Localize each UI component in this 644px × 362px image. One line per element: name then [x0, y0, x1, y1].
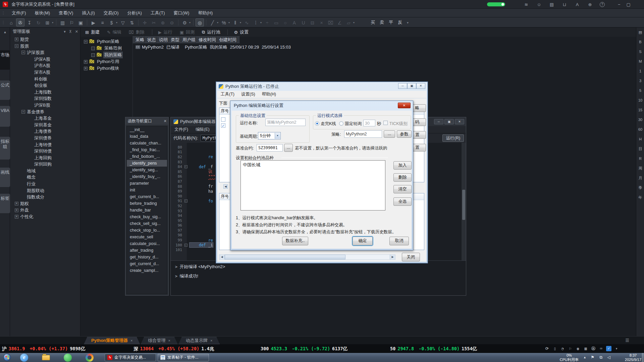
- column-header[interactable]: 策略: [133, 36, 145, 43]
- expand-icon[interactable]: [91, 53, 95, 57]
- function-list-item[interactable]: calculate_chan...: [127, 140, 167, 146]
- strategy-tree-item[interactable]: 我的策略: [83, 52, 132, 58]
- tree-item[interactable]: 科创板: [10, 76, 80, 82]
- trade-button[interactable]: 反: [398, 19, 402, 25]
- tree-item[interactable]: 深市A股: [10, 69, 80, 76]
- function-list-item[interactable]: execute_sell: [127, 234, 167, 240]
- checkbox-checked[interactable]: ✓: [221, 123, 225, 128]
- function-list-item[interactable]: get_history_d...: [127, 254, 167, 260]
- bars-icon[interactable]: ‖: [231, 18, 239, 26]
- function-list-item[interactable]: get_current_d...: [127, 260, 167, 267]
- function-list-item[interactable]: _identify_buy_...: [127, 173, 167, 180]
- menu-item[interactable]: 文件(F): [7, 9, 31, 17]
- period-button[interactable]: ▤: [636, 27, 644, 37]
- link-icon[interactable]: ✇: [16, 18, 24, 26]
- tree-item[interactable]: 外盘: [10, 207, 80, 214]
- period-button[interactable]: M: [636, 57, 644, 66]
- tick-checkbox[interactable]: [383, 121, 388, 125]
- trash-icon[interactable]: ⌧: [326, 18, 335, 26]
- checkbox-unchecked[interactable]: [221, 117, 225, 122]
- quicklaunch-green-icon[interactable]: [64, 354, 72, 362]
- user-icon[interactable]: ☺: [536, 2, 542, 7]
- maximize-button[interactable]: ▢: [627, 2, 631, 7]
- trade-button[interactable]: 平: [389, 19, 393, 25]
- left-vertical-tab[interactable]: 市场: [0, 50, 10, 70]
- menu-item[interactable]: 查看(V): [54, 9, 77, 17]
- function-list-item[interactable]: _identify_pens: [127, 160, 167, 167]
- percent-icon[interactable]: %: [220, 18, 228, 26]
- cart-icon[interactable]: ⊔: [561, 2, 568, 7]
- mouse-icon[interactable]: ◎: [196, 18, 204, 26]
- contract-pool-textarea[interactable]: 中国长城: [240, 160, 385, 210]
- column-header[interactable]: 序号: [219, 193, 231, 200]
- radio-poll-label[interactable]: 固定轮询: [345, 121, 362, 127]
- menu-item[interactable]: 窗口(W): [169, 9, 194, 17]
- function-list-item[interactable]: check_buy_sig...: [127, 214, 167, 220]
- close-tab-icon[interactable]: ×: [210, 339, 212, 343]
- radio-kline-label[interactable]: 走完K线: [321, 121, 336, 127]
- menu-item[interactable]: 帮助(H): [259, 92, 279, 97]
- scrollbar-thumb[interactable]: [225, 255, 345, 259]
- strategy-tree-item[interactable]: Python模块: [83, 65, 132, 72]
- tree-item[interactable]: 上海债券: [10, 128, 80, 135]
- column-header[interactable]: [237, 36, 240, 43]
- period-button[interactable]: 10: [636, 96, 644, 105]
- rect-icon[interactable]: ▭: [272, 18, 280, 26]
- menu-item[interactable]: 设置(S): [238, 92, 259, 97]
- shape-icon[interactable]: ▱: [344, 18, 353, 26]
- trade-button[interactable]: 卖: [380, 19, 384, 25]
- menu-item[interactable]: 插入(I): [77, 9, 99, 17]
- close-tab-icon[interactable]: ×: [168, 339, 170, 343]
- bottom-tab[interactable]: 动态显示牌×: [178, 337, 220, 344]
- flag-icon[interactable]: ⚑: [591, 355, 594, 360]
- close-button[interactable]: ✕: [455, 119, 464, 124]
- tree-item[interactable]: 上海基金: [10, 115, 80, 122]
- function-list-item[interactable]: after_trading: [127, 247, 167, 254]
- rss-icon[interactable]: ≋: [523, 2, 529, 7]
- period-button[interactable]: R: [636, 154, 644, 164]
- expand-icon[interactable]: [21, 110, 25, 114]
- grid-icon[interactable]: ▦: [583, 346, 588, 351]
- expand-icon[interactable]: [15, 208, 18, 212]
- translate-icon[interactable]: A: [574, 2, 580, 7]
- period-button[interactable]: H: [636, 134, 644, 144]
- text-icon[interactable]: A: [290, 18, 299, 26]
- function-list-item[interactable]: init: [127, 187, 167, 193]
- tree-item[interactable]: 深圳债券: [10, 135, 80, 141]
- tray-expand-icon[interactable]: ▲: [583, 356, 586, 359]
- show-desktop-button[interactable]: [642, 353, 644, 362]
- column-header[interactable]: 类型: [168, 36, 180, 43]
- speaker-icon[interactable]: ◉: [575, 346, 581, 351]
- run-name-field[interactable]: 策略MyPython2: [265, 119, 306, 126]
- column-header[interactable]: 状态: [145, 36, 156, 43]
- zoom-out-icon[interactable]: ⊖: [168, 18, 176, 26]
- expand-icon[interactable]: [21, 51, 25, 54]
- radio-poll[interactable]: [339, 121, 343, 126]
- pool-action-button[interactable]: 全选: [393, 197, 412, 206]
- close-tab-icon[interactable]: ×: [130, 339, 132, 343]
- refresh-icon[interactable]: ↻: [34, 18, 43, 26]
- horizontal-scrollbar[interactable]: ◀ ▶: [219, 254, 395, 260]
- fold-toggle-icon[interactable]: −: [184, 244, 187, 247]
- bottom-tab[interactable]: Python策略管理器×: [84, 337, 140, 344]
- tree-item[interactable]: 期货: [10, 36, 80, 43]
- more-icon[interactable]: ▾: [614, 346, 619, 351]
- function-list-item[interactable]: _find_top_frac...: [127, 146, 167, 153]
- function-list-item[interactable]: get_current_b...: [127, 193, 167, 200]
- maximize-button[interactable]: ▣: [407, 83, 416, 89]
- zoom-in-icon[interactable]: ⊕: [159, 18, 167, 26]
- news-icon[interactable]: ▤: [549, 2, 555, 7]
- period-button[interactable]: 季: [636, 183, 644, 193]
- chart-icon[interactable]: ▥: [58, 18, 67, 26]
- data-fill-button[interactable]: 数据补充..: [282, 237, 308, 245]
- ok-button[interactable]: 确定: [353, 237, 373, 245]
- divide-icon[interactable]: ÷: [263, 18, 271, 26]
- run-button[interactable]: 运行(R): [442, 134, 464, 142]
- pool-action-button[interactable]: 加入: [393, 161, 412, 170]
- expand-icon[interactable]: [15, 44, 18, 48]
- tree-item[interactable]: 深圳回购: [10, 161, 80, 168]
- function-list-item[interactable]: create_sampl...: [127, 267, 167, 274]
- sort-icon[interactable]: ⇅: [128, 18, 136, 26]
- expand-icon[interactable]: [91, 47, 95, 50]
- menu-item[interactable]: 编辑(E): [192, 127, 213, 132]
